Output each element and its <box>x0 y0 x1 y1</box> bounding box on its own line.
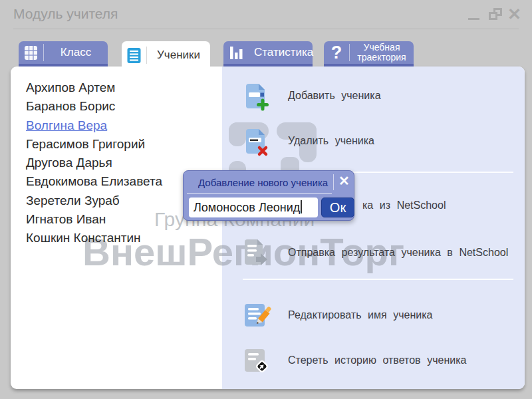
delete-student-icon[interactable] <box>245 128 271 157</box>
list-item[interactable]: Зеретели Зураб <box>26 192 162 210</box>
grid-icon <box>24 45 38 61</box>
input-value: Ломоносов Леонид <box>194 201 300 214</box>
list-item[interactable]: Евдокимова Елизавета <box>26 172 162 191</box>
edit-name-action[interactable]: Редактировать имя ученика <box>288 309 433 321</box>
list-item[interactable]: Герасимов Григорий <box>26 135 162 154</box>
list-item[interactable]: Архипов Артем <box>26 78 162 97</box>
list-item[interactable]: Кошкин Константин <box>26 229 162 247</box>
tab-separator <box>43 44 44 61</box>
add-student-icon[interactable] <box>245 82 271 112</box>
list-item[interactable]: Другова Дарья <box>26 154 162 172</box>
bar-chart-icon <box>229 44 243 61</box>
erase-history-action[interactable]: Стереть историю ответов ученика <box>288 354 466 366</box>
page-title: Модуль учителя <box>13 6 118 22</box>
student-list: Архипов Артем Баранов Борис Волгина Вера… <box>26 78 162 248</box>
tab-students-label: Ученики <box>152 49 205 62</box>
load-from-netschool-action[interactable]: ка из NetSchool <box>362 200 446 211</box>
tab-separator <box>146 47 147 64</box>
titlebar-divider <box>13 29 519 29</box>
list-item[interactable]: Баранов Борис <box>26 97 162 116</box>
text-caret <box>301 200 302 213</box>
tab-class-label: Класс <box>49 46 102 59</box>
dialog-header-divider <box>187 193 332 194</box>
send-result-icon[interactable] <box>243 238 270 267</box>
close-icon[interactable]: ✕ <box>507 5 521 23</box>
tab-statistics[interactable]: Статистика <box>223 41 313 66</box>
restore-square-front <box>489 12 497 20</box>
delete-student-action[interactable]: Удалить ученика <box>288 135 374 147</box>
dialog-title: Добавление нового ученика <box>198 177 328 188</box>
dialog-close-icon[interactable]: ✕ <box>338 173 350 189</box>
edit-name-icon[interactable] <box>243 301 271 331</box>
new-student-name-input[interactable]: Ломоносов Леонид <box>189 198 318 217</box>
list-item[interactable]: Игнатов Иван <box>26 210 162 229</box>
add-student-action[interactable]: Добавить ученика <box>288 90 381 102</box>
ok-button[interactable]: Ок <box>321 198 354 217</box>
dialog-close-separator <box>333 174 334 190</box>
tab-separator <box>349 44 350 61</box>
add-student-dialog: Добавление нового ученика ✕ Ломоносов Ле… <box>183 170 354 221</box>
minimize-icon[interactable] <box>468 18 479 20</box>
tab-students[interactable]: Ученики <box>122 41 210 69</box>
list-icon <box>127 47 141 64</box>
tab-trajectory[interactable]: ? Учебная траектория <box>324 41 414 66</box>
question-icon: ? <box>329 43 344 63</box>
tab-statistics-label: Статистика <box>254 46 313 59</box>
erase-history-icon[interactable] <box>243 346 271 376</box>
send-result-action[interactable]: Отправка результата ученика в NetSchool <box>288 247 508 259</box>
restore-icon[interactable] <box>489 8 503 21</box>
list-item-selected[interactable]: Волгина Вера <box>26 116 162 135</box>
tab-class[interactable]: Класс <box>19 41 108 66</box>
tab-trajectory-label: Учебная траектория <box>355 43 408 63</box>
actions-divider <box>243 279 513 280</box>
